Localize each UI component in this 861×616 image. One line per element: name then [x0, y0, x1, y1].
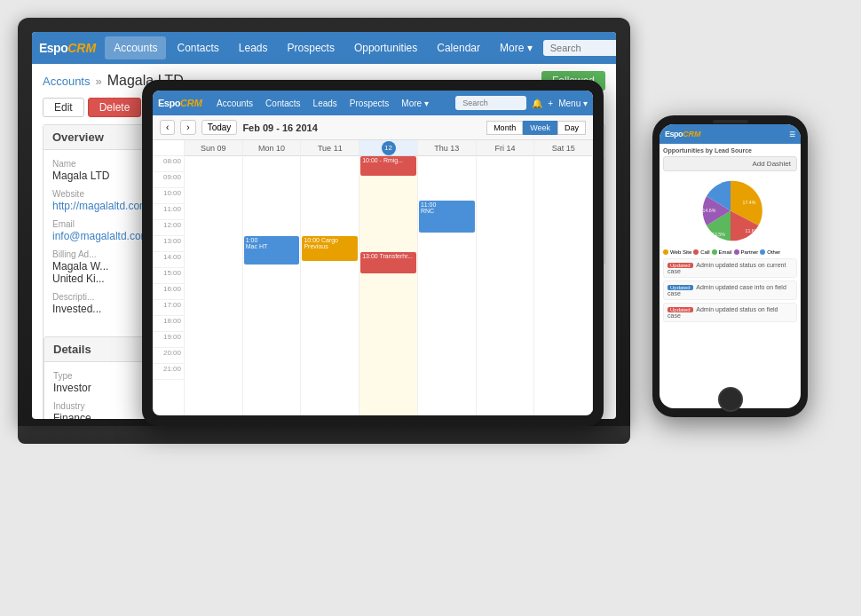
cal-day-btn[interactable]: Day	[557, 121, 586, 135]
time-slot-16: 16:00	[153, 284, 184, 300]
day-sat: Sat 15	[534, 140, 593, 415]
tablet: Espo CRM Accounts Contacts Leads Prospec…	[142, 80, 604, 426]
chart-legend: Web Site Call Email Partner	[663, 249, 797, 255]
time-slot-11: 11:00	[153, 204, 184, 220]
delete-button[interactable]: Delete	[88, 98, 142, 117]
cal-nav-contacts[interactable]: Contacts	[260, 96, 305, 111]
breadcrumb-accounts[interactable]: Accounts	[43, 75, 90, 88]
legend-dot-email	[712, 249, 717, 255]
scene: Espo CRM Accounts Contacts Leads Prospec…	[0, 0, 861, 616]
calendar-title: Feb 09 - 16 2014	[242, 122, 317, 133]
edit-button[interactable]: Edit	[43, 98, 84, 117]
nav-accounts[interactable]: Accounts	[105, 36, 166, 59]
nav-calendar[interactable]: Calendar	[428, 36, 489, 59]
time-slot-15: 15:00	[153, 268, 184, 284]
phone-logo-espo: Espo	[665, 130, 683, 138]
breadcrumb-separator: »	[95, 75, 101, 88]
time-slot-20: 20:00	[153, 348, 184, 364]
pie-chart: 17.4% 11.6% 13.5% 14.6%	[691, 178, 770, 244]
event-wed-2[interactable]: 13:00 Transferhr...	[360, 252, 416, 273]
calendar-grid: 08:00 09:00 10:00 11:00 12:00 13:00 14:0…	[153, 140, 593, 415]
nav-opportunities[interactable]: Opportunities	[345, 36, 426, 59]
cal-week-btn[interactable]: Week	[523, 121, 557, 135]
calendar-toolbar: ‹ › Today Feb 09 - 16 2014 Month Week Da…	[153, 115, 593, 140]
tablet-bell-icon[interactable]: 🔔	[532, 99, 542, 108]
chart-label-3: 13.5%	[712, 232, 725, 237]
nav-contacts[interactable]: Contacts	[168, 36, 227, 59]
day-tue: Tue 11 10:00 Cargo Previous	[301, 140, 359, 415]
legend-label-partner: Partner	[741, 249, 759, 255]
time-column: 08:00 09:00 10:00 11:00 12:00 13:00 14:0…	[153, 140, 185, 415]
legend-label-other: Other	[767, 249, 780, 255]
day-thu: Thu 13 11:00RNC	[418, 140, 477, 415]
legend-dot-website	[663, 249, 668, 255]
cal-nav-leads[interactable]: Leads	[308, 96, 343, 111]
logo-crm: CRM	[67, 41, 96, 55]
phone-chart-title: Opportunities by Lead Source	[663, 147, 797, 154]
day-wed: 12 10:00 - Rmig... 13:00 Transferhr...	[359, 140, 418, 415]
day-wed-header: 12	[359, 140, 417, 156]
cal-next-btn[interactable]: ›	[180, 120, 195, 135]
chart-label-1: 17.4%	[742, 200, 755, 205]
phone-add-dashlet-btn[interactable]: Add Dashlet	[663, 156, 797, 171]
stream-item-2: Updated Admin updated case info on field…	[663, 280, 797, 300]
stream-item-3: Updated Admin updated status on field ca…	[663, 303, 797, 322]
cal-nav-prospects[interactable]: Prospects	[344, 96, 394, 111]
legend-label-email: Email	[719, 249, 732, 255]
phone-screen: Espo CRM ≡ Opportunities by Lead Source …	[660, 124, 801, 408]
cal-nav-accounts[interactable]: Accounts	[211, 96, 258, 111]
stream-item-1: Updated Admin updated status on current …	[663, 258, 797, 278]
chart-container: 17.4% 11.6% 13.5% 14.6%	[663, 175, 797, 246]
cal-month-btn[interactable]: Month	[486, 121, 523, 135]
legend-dot-call	[693, 249, 699, 255]
event-mon-1[interactable]: 1:00Mac HT	[244, 236, 300, 265]
laptop-logo: Espo CRM	[39, 41, 96, 55]
time-slot-13: 13:00	[153, 236, 184, 252]
tablet-logo: Espo CRM	[158, 98, 202, 108]
phone-logo-crm: CRM	[683, 130, 701, 138]
phone-nav: Espo CRM ≡	[660, 124, 801, 144]
nav-leads[interactable]: Leads	[230, 36, 277, 59]
legend-website: Web Site	[663, 249, 691, 255]
chart-label-2: 11.6%	[745, 227, 758, 233]
time-slot-21: 21:00	[153, 364, 184, 380]
tablet-nav-icons: 🔔 + Menu ▾	[532, 99, 588, 108]
phone: Espo CRM ≡ Opportunities by Lead Source …	[652, 115, 808, 417]
time-slot-8: 08:00	[153, 156, 184, 172]
legend-dot-partner	[734, 249, 739, 255]
chart-label-4: 14.6%	[702, 208, 715, 213]
legend-label-call: Call	[700, 249, 709, 255]
legend-call: Call	[693, 249, 709, 255]
phone-home-button[interactable]	[718, 387, 743, 412]
laptop-base	[18, 426, 630, 444]
calendar-days: Sun 09 Mon 10 1:00Mac HT Tue 11 10:00 Ca…	[185, 140, 593, 415]
time-slot-9: 09:00	[153, 172, 184, 188]
legend-label-website: Web Site	[670, 249, 691, 255]
day-sat-header: Sat 15	[534, 140, 592, 156]
phone-menu-icon[interactable]: ≡	[789, 128, 795, 140]
time-slot-12: 12:00	[153, 220, 184, 236]
day-thu-header: Thu 13	[418, 140, 476, 156]
phone-speaker	[713, 120, 748, 123]
tablet-menu[interactable]: Menu ▾	[558, 99, 588, 108]
time-slot-17: 17:00	[153, 300, 184, 316]
event-tue-1[interactable]: 10:00 Cargo Previous	[302, 236, 358, 261]
cal-prev-btn[interactable]: ‹	[160, 120, 175, 135]
nav-search-input[interactable]	[543, 40, 616, 56]
time-slot-19: 19:00	[153, 332, 184, 348]
phone-logo: Espo CRM	[665, 130, 701, 138]
event-wed-1[interactable]: 10:00 - Rmig...	[360, 156, 416, 176]
time-slot-18: 18:00	[153, 316, 184, 332]
tablet-search[interactable]	[455, 96, 526, 110]
legend-dot-other	[760, 249, 765, 255]
time-slot-10: 10:00	[153, 188, 184, 204]
laptop-nav: Espo CRM Accounts Contacts Leads Prospec…	[32, 32, 616, 64]
nav-prospects[interactable]: Prospects	[279, 36, 344, 59]
cal-nav-more[interactable]: More ▾	[396, 96, 434, 111]
tablet-plus-icon[interactable]: +	[548, 99, 553, 108]
nav-more[interactable]: More ▾	[491, 36, 541, 59]
cal-today-btn[interactable]: Today	[201, 120, 238, 135]
day-fri: Fri 14	[477, 140, 535, 415]
day-sun-header: Sun 09	[185, 140, 242, 156]
event-thu-1[interactable]: 11:00RNC	[419, 201, 475, 233]
